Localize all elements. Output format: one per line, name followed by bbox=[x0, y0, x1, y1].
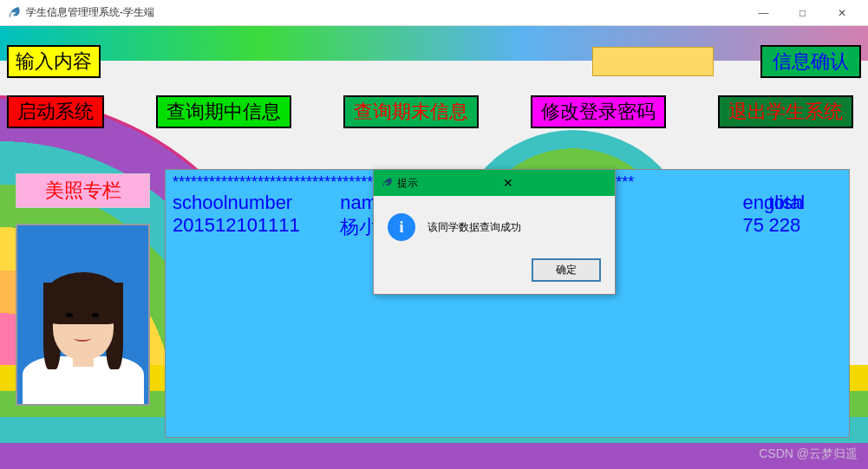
dialog-titlebar: 提示 ✕ bbox=[374, 170, 615, 196]
dialog-title: 提示 bbox=[397, 176, 503, 191]
exit-system-button[interactable]: 退出学生系统 bbox=[718, 95, 853, 128]
dialog-message: 该同学数据查询成功 bbox=[427, 220, 521, 235]
input-label: 输入内容 bbox=[7, 45, 101, 78]
info-icon: i bbox=[388, 213, 415, 241]
header-schoolnumber: schoolnumber bbox=[173, 192, 340, 214]
query-final-button[interactable]: 查询期末信息 bbox=[343, 95, 479, 128]
dialog-ok-button[interactable]: 确定 bbox=[532, 258, 601, 282]
dialog-app-icon bbox=[381, 177, 393, 189]
maximize-button[interactable]: □ bbox=[783, 0, 822, 26]
change-password-button[interactable]: 修改登录密码 bbox=[531, 95, 666, 128]
watermark: CSDN @云梦归遥 bbox=[759, 446, 858, 462]
close-button[interactable]: ✕ bbox=[822, 0, 861, 26]
dialog-close-button[interactable]: ✕ bbox=[503, 176, 609, 190]
start-system-button[interactable]: 启动系统 bbox=[7, 95, 104, 128]
header-total: total bbox=[769, 192, 842, 214]
cell-total: 228 bbox=[769, 214, 842, 240]
titlebar: 学生信息管理理系统-学生端 — □ ✕ bbox=[0, 0, 868, 26]
cell-schoolnumber: 201512101111 bbox=[173, 214, 340, 240]
minimize-button[interactable]: — bbox=[744, 0, 783, 26]
app-icon bbox=[7, 6, 21, 20]
query-midterm-button[interactable]: 查询期中信息 bbox=[156, 95, 291, 128]
student-photo bbox=[18, 274, 148, 404]
window-title: 学生信息管理理系统-学生端 bbox=[26, 5, 744, 20]
search-input[interactable] bbox=[592, 47, 714, 76]
photo-section-label: 美照专栏 bbox=[16, 173, 150, 208]
confirm-button[interactable]: 信息确认 bbox=[760, 45, 861, 78]
photo-frame bbox=[16, 224, 150, 406]
message-dialog: 提示 ✕ i 该同学数据查询成功 确定 bbox=[373, 169, 616, 295]
